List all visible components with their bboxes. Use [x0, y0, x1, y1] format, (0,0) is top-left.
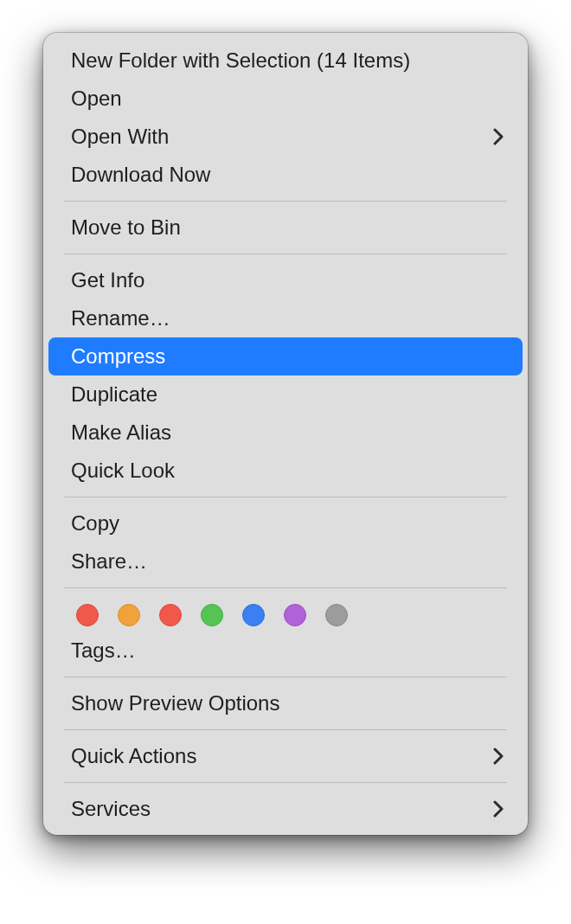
- tag-color-swatch[interactable]: [76, 604, 99, 626]
- menu-separator: [64, 201, 507, 202]
- menu-item-label: Rename…: [71, 299, 170, 337]
- menu-item-move-to-bin[interactable]: Move to Bin: [48, 209, 523, 247]
- tag-color-row: [48, 595, 523, 632]
- tag-color-swatch[interactable]: [159, 604, 182, 626]
- tag-color-swatch[interactable]: [201, 604, 223, 626]
- menu-item-label: New Folder with Selection (14 Items): [71, 42, 410, 80]
- menu-item-make-alias[interactable]: Make Alias: [48, 414, 523, 452]
- menu-item-label: Copy: [71, 504, 119, 542]
- menu-item-label: Show Preview Options: [71, 684, 279, 722]
- menu-item-new-folder-with-selection[interactable]: New Folder with Selection (14 Items): [48, 42, 523, 80]
- menu-item-label: Open: [71, 80, 122, 118]
- chevron-right-icon: [493, 128, 504, 145]
- menu-item-label: Quick Actions: [71, 737, 196, 775]
- menu-item-label: Open With: [71, 118, 169, 156]
- menu-item-label: Make Alias: [71, 414, 171, 452]
- chevron-right-icon: [493, 800, 504, 818]
- menu-item-tags[interactable]: Tags…: [48, 632, 523, 670]
- menu-separator: [64, 729, 507, 730]
- menu-item-label: Download Now: [71, 156, 210, 194]
- tag-color-swatch[interactable]: [118, 604, 140, 626]
- menu-item-rename[interactable]: Rename…: [48, 299, 523, 337]
- tag-color-swatch[interactable]: [242, 604, 265, 626]
- chevron-right-icon: [493, 748, 504, 765]
- tag-color-swatch[interactable]: [284, 604, 306, 626]
- menu-item-quick-actions[interactable]: Quick Actions: [48, 737, 523, 775]
- menu-item-label: Compress: [71, 337, 165, 375]
- menu-item-label: Quick Look: [71, 452, 175, 490]
- menu-item-services[interactable]: Services: [48, 790, 523, 828]
- menu-item-label: Get Info: [71, 261, 144, 299]
- menu-item-download-now[interactable]: Download Now: [48, 156, 523, 194]
- menu-item-quick-look[interactable]: Quick Look: [48, 452, 523, 490]
- menu-item-label: Move to Bin: [71, 209, 181, 247]
- menu-item-copy[interactable]: Copy: [48, 504, 523, 542]
- tag-color-swatch[interactable]: [325, 604, 348, 626]
- menu-item-duplicate[interactable]: Duplicate: [48, 375, 523, 414]
- menu-separator: [64, 497, 507, 497]
- menu-separator: [64, 587, 507, 588]
- menu-item-open-with[interactable]: Open With: [48, 118, 523, 156]
- menu-separator: [64, 253, 507, 254]
- menu-separator: [64, 782, 507, 783]
- menu-item-label: Services: [71, 790, 151, 828]
- menu-item-open[interactable]: Open: [48, 80, 523, 118]
- menu-item-label: Tags…: [71, 632, 136, 670]
- context-menu: New Folder with Selection (14 Items) Ope…: [43, 33, 528, 835]
- menu-item-show-preview-options[interactable]: Show Preview Options: [48, 684, 523, 722]
- menu-separator: [64, 677, 507, 677]
- menu-item-label: Share…: [71, 542, 147, 581]
- menu-item-share[interactable]: Share…: [48, 542, 523, 581]
- menu-item-get-info[interactable]: Get Info: [48, 261, 523, 299]
- menu-item-compress[interactable]: Compress: [48, 337, 523, 375]
- menu-item-label: Duplicate: [71, 375, 157, 414]
